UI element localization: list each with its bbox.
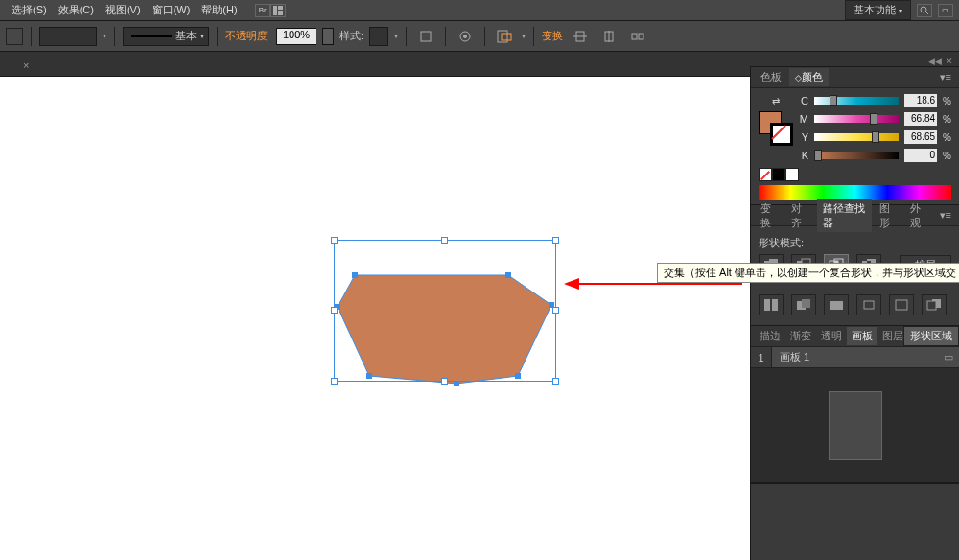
gradient-tab[interactable]: 渐变 — [785, 327, 816, 345]
pathfinder-tab[interactable]: 路径查找器 — [817, 199, 873, 232]
svg-point-7 — [463, 35, 467, 38]
document-tab[interactable]: × — [0, 55, 38, 76]
swatches-tab[interactable]: 色板 — [755, 68, 787, 86]
pathfinder-panel: 变换 对齐 路径查找器 图形 外观 ▾≡ 形状模式: — [751, 205, 959, 326]
menu-window[interactable]: 窗口(W) — [147, 3, 197, 17]
fill-dropdown[interactable] — [39, 27, 97, 46]
graphic-tab[interactable]: 图形 — [874, 199, 902, 232]
menu-select[interactable]: 选择(S) — [6, 3, 53, 17]
transform-each-icon[interactable] — [626, 26, 649, 47]
opacity-dropdown-button[interactable] — [322, 28, 334, 45]
magenta-label: M — [799, 113, 808, 125]
opacity-input[interactable]: 100% — [276, 28, 316, 45]
selection-bounding-box[interactable] — [334, 240, 556, 382]
yellow-slider[interactable] — [814, 133, 899, 141]
window-control-icon[interactable]: ▭ — [938, 4, 953, 17]
resize-handle[interactable] — [331, 307, 338, 314]
yellow-value[interactable]: 68.65 — [904, 130, 937, 144]
minus-back-button[interactable] — [922, 294, 947, 315]
magenta-value[interactable]: 66.84 — [904, 112, 937, 126]
svg-rect-2 — [278, 11, 283, 15]
transform-tab[interactable]: 变换 — [755, 199, 784, 232]
style-label: 样式: — [339, 29, 363, 43]
stroke-preset-label: 基本 — [175, 29, 197, 43]
workspace-switcher[interactable]: 基本功能 ▾ — [845, 0, 911, 20]
none-swatch[interactable] — [759, 168, 772, 181]
svg-rect-36 — [802, 299, 810, 308]
search-icon[interactable] — [917, 4, 932, 17]
resize-handle[interactable] — [441, 378, 448, 385]
resize-handle[interactable] — [552, 378, 559, 385]
artboard-row[interactable]: 1 画板 1 ▭ — [751, 347, 959, 368]
shape-mode-label: 形状模式: — [759, 236, 951, 250]
stroke-dropdown[interactable]: 基本 ▾ — [123, 27, 209, 46]
transparency-tab[interactable]: 透明 — [816, 327, 847, 345]
graphic-style-dropdown[interactable] — [369, 27, 388, 46]
artboard-name[interactable]: 画板 1 — [772, 350, 938, 364]
right-panel-column: 色板 ◇颜色 ▾≡ ⇄ C 18.6 % — [750, 67, 959, 560]
merge-button[interactable] — [824, 294, 849, 315]
magenta-slider[interactable] — [814, 115, 899, 123]
artboards-tab[interactable]: 画板 — [847, 327, 877, 345]
cyan-slider[interactable] — [814, 97, 899, 105]
resize-handle[interactable] — [331, 237, 338, 244]
panel-collapse-icon[interactable]: ◀◀ — [928, 57, 942, 66]
transform-height-icon[interactable] — [597, 26, 620, 47]
panel-collapse-strip: ◀◀ ✕ — [750, 56, 959, 67]
resize-handle[interactable] — [441, 237, 448, 244]
no-selection-icon — [6, 28, 23, 45]
svg-rect-41 — [927, 301, 936, 310]
black-swatch[interactable] — [772, 168, 785, 181]
menu-view[interactable]: 视图(V) — [100, 3, 147, 17]
black-label: K — [799, 150, 808, 161]
trim-button[interactable] — [791, 294, 816, 315]
svg-rect-1 — [278, 6, 283, 10]
arrange-docs-button[interactable] — [270, 4, 286, 17]
resize-handle[interactable] — [552, 307, 559, 314]
appearance-tab[interactable]: 外观 — [904, 199, 933, 232]
divide-button[interactable] — [759, 294, 784, 315]
svg-rect-0 — [273, 6, 277, 15]
color-panel: 色板 ◇颜色 ▾≡ ⇄ C 18.6 % — [751, 67, 959, 205]
align-artboard-icon[interactable] — [493, 26, 516, 47]
fill-stroke-indicator[interactable] — [759, 111, 793, 146]
white-swatch[interactable] — [785, 168, 799, 181]
stroke-tab[interactable]: 描边 — [755, 327, 785, 345]
crop-button[interactable] — [856, 294, 881, 315]
floating-label: 形状区域 — [903, 326, 959, 346]
black-value[interactable]: 0 — [904, 149, 937, 162]
panel-menu-button[interactable]: ▾≡ — [936, 209, 955, 222]
svg-rect-5 — [421, 32, 431, 41]
outline-button[interactable] — [889, 294, 914, 315]
artboard-options-icon[interactable]: ▭ — [938, 351, 959, 363]
cyan-value[interactable]: 18.6 — [904, 94, 937, 107]
resize-handle[interactable] — [552, 237, 559, 244]
svg-rect-38 — [864, 301, 874, 309]
align-tab[interactable]: 对齐 — [785, 199, 814, 232]
cyan-label: C — [799, 95, 808, 106]
svg-rect-37 — [830, 301, 843, 310]
svg-rect-9 — [502, 34, 511, 40]
quick-swatches — [759, 168, 951, 181]
svg-rect-33 — [764, 299, 770, 311]
bridge-button[interactable]: Br — [255, 4, 270, 17]
artboard-thumbnail[interactable] — [829, 391, 882, 460]
panel-menu-button[interactable]: ▾≡ — [936, 71, 955, 83]
menu-effect[interactable]: 效果(C) — [53, 3, 100, 17]
color-tab[interactable]: ◇颜色 — [789, 68, 829, 86]
svg-rect-34 — [772, 299, 778, 311]
document-setup-icon[interactable] — [414, 26, 437, 47]
transform-label[interactable]: 变换 — [542, 29, 563, 43]
artboard-preview — [751, 368, 959, 483]
tab-close-button[interactable]: × — [23, 59, 29, 71]
svg-rect-39 — [896, 300, 907, 310]
transform-width-icon[interactable] — [569, 26, 592, 47]
swap-fill-stroke-icon[interactable]: ⇄ — [769, 94, 783, 107]
black-slider[interactable] — [814, 152, 899, 159]
preferences-icon[interactable] — [454, 26, 477, 47]
opacity-label[interactable]: 不透明度: — [225, 29, 270, 43]
panel-close-icon[interactable]: ✕ — [946, 57, 953, 66]
menu-help[interactable]: 帮助(H) — [196, 3, 243, 17]
resize-handle[interactable] — [331, 378, 338, 385]
canvas-area[interactable] — [0, 77, 750, 560]
